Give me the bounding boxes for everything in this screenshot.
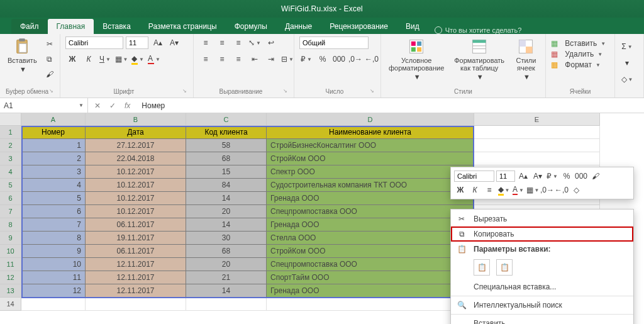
clear-icon[interactable]: ◇▼ [620,73,634,86]
align-middle-icon[interactable]: ≡ [215,36,229,49]
bold-button[interactable]: Ж [65,53,79,65]
increase-font-icon[interactable]: A▴ [151,36,165,49]
cell-date[interactable]: 12.11.2017 [86,258,186,271]
header-num[interactable]: Номер [21,126,86,139]
number-format-combo[interactable] [299,36,369,49]
tab-home[interactable]: Главная [48,19,94,34]
fx-icon[interactable]: fx [125,101,130,110]
mini-format-painter-icon[interactable]: 🖌 [589,170,602,182]
row-header-2[interactable]: 2 [0,139,21,152]
cell-date[interactable]: 06.11.2017 [86,218,186,232]
cell-name[interactable]: Гренада ООО [267,192,474,205]
cell-code[interactable]: 58 [186,139,267,152]
cell-num[interactable]: 1 [21,139,86,152]
format-cells-button[interactable]: ▦ Формат▼ [551,60,601,69]
align-top-icon[interactable]: ≡ [199,36,213,49]
mini-inc-font-icon[interactable]: A▴ [517,170,530,182]
cell-num[interactable]: 8 [21,232,86,245]
col-header-D[interactable]: D [267,113,474,126]
mini-dec-font-icon[interactable]: A▾ [531,170,544,182]
mini-size-combo[interactable] [496,170,515,182]
mini-comma-icon[interactable]: 000 [575,170,587,182]
cell-styles-button[interactable]: Стили ячеек▼ [512,36,540,82]
currency-icon[interactable]: ₽▼ [299,53,313,65]
cell-date[interactable]: 10.12.2017 [86,205,186,218]
dialog-launcher-icon[interactable]: ↘ [182,88,187,94]
row-header-8[interactable]: 8 [0,218,21,232]
cell-e[interactable] [474,152,600,165]
col-header-C[interactable]: C [186,113,267,126]
mini-fill-icon[interactable]: ◆▼ [497,184,510,196]
cell-num[interactable]: 11 [21,271,86,284]
col-header-A[interactable]: A [21,113,86,126]
row-header-3[interactable]: 3 [0,152,21,165]
font-size-combo[interactable] [126,36,148,49]
decrease-font-icon[interactable]: A▾ [167,36,181,49]
cell-date[interactable]: 10.12.2017 [86,192,186,205]
cell-code[interactable]: 68 [186,152,267,165]
cell-num[interactable]: 3 [21,165,86,179]
conditional-format-button[interactable]: Условное форматирование▼ [386,36,447,82]
cell-code[interactable]: 68 [186,245,267,258]
cancel-icon[interactable]: ✕ [94,101,101,110]
underline-button[interactable]: Ч▼ [98,53,112,65]
row-header-14[interactable]: 14 [0,298,21,311]
cell-code[interactable]: 84 [186,179,267,192]
cut-icon[interactable]: ✂ [43,38,56,50]
ctx-copy[interactable]: ⧉ Копировать [451,226,633,242]
inc-decimal-icon[interactable]: ,0→ [348,53,362,65]
row-header-13[interactable]: 13 [0,284,21,298]
cell-date[interactable]: 12.11.2017 [86,284,186,298]
tab-view[interactable]: Вид [397,19,428,34]
tab-data[interactable]: Данные [276,19,321,34]
cell-num[interactable]: 9 [21,245,86,258]
header-name[interactable]: Наименование клиента [267,126,474,139]
cell-date[interactable]: 22.04.2018 [86,152,186,165]
wrap-text-icon[interactable]: ↩ [264,36,278,49]
cell-empty[interactable] [267,298,474,311]
border-button[interactable]: ▦▼ [114,53,128,65]
autosum-icon[interactable]: Σ▼ [620,40,634,53]
align-center-icon[interactable]: ≡ [215,53,229,65]
mini-italic-button[interactable]: К [469,184,481,196]
cell-code[interactable]: 14 [186,192,267,205]
fill-icon[interactable]: ▾ [620,57,634,69]
dialog-launcher-icon[interactable]: ↘ [283,88,287,94]
cell-name[interactable]: СтройКом ООО [267,152,474,165]
mini-center-icon[interactable]: ≡ [483,184,496,196]
fill-color-button[interactable]: ◆▼ [131,53,145,65]
format-as-table-button[interactable]: Форматировать как таблицу▼ [450,36,508,82]
italic-button[interactable]: К [82,53,96,65]
cell-code[interactable]: 15 [186,165,267,179]
align-bottom-icon[interactable]: ≡ [231,36,245,49]
row-header-4[interactable]: 4 [0,165,21,179]
orientation-icon[interactable]: ⤡▼ [248,36,262,49]
cell-name[interactable]: Спецпромпоставка ООО [267,258,474,271]
row-header-1[interactable]: 1 [0,126,21,139]
dialog-launcher-icon[interactable]: ↘ [49,88,53,94]
row-header-11[interactable]: 11 [0,258,21,271]
percent-icon[interactable]: % [316,53,330,65]
cell-num[interactable]: 5 [21,192,86,205]
formula-input[interactable] [136,101,644,110]
cell-date[interactable]: 19.11.2017 [86,232,186,245]
font-name-combo[interactable] [65,36,123,49]
row-header-6[interactable]: 6 [0,192,21,205]
cell-empty[interactable] [21,298,86,311]
select-all-corner[interactable] [0,113,21,126]
row-header-5[interactable]: 5 [0,179,21,192]
tell-me[interactable]: Что вы хотите сделать? [435,26,522,34]
cell-code[interactable]: 20 [186,258,267,271]
mini-font-color-icon[interactable]: A▼ [512,184,525,196]
tab-review[interactable]: Рецензирование [321,19,397,34]
cell-name[interactable]: СтройБизнесКонсалтинг ООО [267,139,474,152]
cell-e[interactable] [474,139,600,152]
cell-num[interactable]: 2 [21,152,86,165]
cell-date[interactable]: 10.12.2017 [86,165,186,179]
mini-percent-icon[interactable]: % [560,170,573,182]
cell-num[interactable]: 12 [21,284,86,298]
cell-name[interactable]: Гренада ООО [267,284,474,298]
format-painter-icon[interactable]: 🖌 [43,68,56,81]
paste-button[interactable]: Вставить ▼ [5,36,40,74]
tab-file[interactable]: Файл [11,19,48,34]
